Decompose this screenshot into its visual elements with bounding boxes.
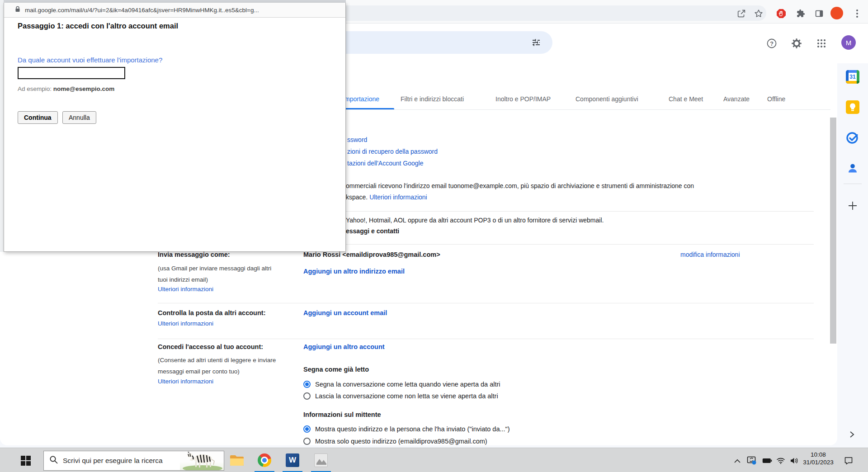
example-hint: Ad esempio: nome@esempio.com — [18, 85, 114, 92]
import-messages-contacts-link[interactable]: essaggi e contatti — [346, 227, 399, 235]
tasks-icon[interactable] — [845, 130, 860, 146]
wifi-icon[interactable] — [776, 456, 786, 465]
radio-button-selected[interactable] — [303, 425, 311, 433]
google-account-settings-link[interactable]: tazioni dell'Account Google — [347, 160, 423, 167]
add-mail-account-link[interactable]: Aggiungi un account email — [303, 309, 387, 316]
keep-icon[interactable] — [845, 99, 860, 115]
password-recovery-link[interactable]: zioni di recupero della password — [347, 148, 438, 155]
change-password-link[interactable]: ssword — [347, 136, 367, 143]
window-edge — [0, 0, 4, 252]
import-account-question: Da quale account vuoi effettuare l'impor… — [18, 56, 162, 64]
search-options-tune-icon[interactable] — [530, 36, 542, 49]
popup-url-text: mail.google.com/mail/u/4/?ui=2&ik=4a0941… — [25, 7, 259, 14]
edit-info-link[interactable]: modifica informazioni — [680, 251, 740, 258]
get-addons-plus-icon[interactable] — [845, 198, 860, 213]
workspace-text-prefix: kspace. — [346, 194, 369, 201]
taskbar-clock[interactable]: 10:08 31/01/2023 — [800, 451, 836, 466]
radio-label: Segna la conversazione come letta quando… — [315, 381, 500, 388]
workspace-text-line1: ommerciali ricevono l'indirizzo email tu… — [346, 182, 694, 189]
battery-icon[interactable] — [762, 456, 772, 465]
mark-read-option-2[interactable]: Lascia la conversazione come non letta s… — [303, 392, 498, 400]
add-another-account-link[interactable]: Aggiungi un altro account — [303, 343, 385, 350]
search-icon — [49, 455, 58, 466]
photos-app-icon[interactable] — [314, 453, 328, 467]
radio-button-selected[interactable] — [303, 381, 311, 388]
contacts-icon[interactable] — [845, 160, 860, 176]
help-icon[interactable]: ? — [765, 37, 778, 50]
import-step1-popup: mail.google.com/mail/u/4/?ui=2&ik=4a0941… — [4, 3, 346, 252]
sender-info-heading: Informazioni sul mittente — [303, 411, 381, 418]
popup-url-bar: mail.google.com/mail/u/4/?ui=2&ik=4a0941… — [4, 3, 345, 18]
clock-date: 31/01/2023 — [800, 458, 836, 466]
tab-offline[interactable]: Offline — [767, 95, 785, 103]
check-mail-label: Controlla la posta da altri account: — [158, 309, 265, 316]
grant-access-label: Concedi l'accesso al tuo account: — [158, 343, 263, 350]
popup-title: Passaggio 1: accedi con l'altro account … — [18, 22, 178, 30]
grant-access-more-link[interactable]: Ulteriori informazioni — [158, 378, 213, 385]
side-panel-icon[interactable] — [814, 8, 825, 19]
email-account-input[interactable] — [18, 67, 125, 79]
mark-read-heading: Segna come già letto — [303, 366, 369, 373]
sender-info-option-1[interactable]: Mostra questo indirizzo e la persona che… — [303, 425, 510, 433]
word-icon[interactable]: W — [285, 453, 300, 467]
gmail-account-avatar[interactable]: M — [841, 35, 856, 50]
share-icon[interactable] — [736, 8, 747, 19]
clock-time: 10:08 — [800, 451, 836, 458]
radio-label: Lascia la conversazione come non letta s… — [315, 392, 498, 400]
windows-taskbar: Scrivi qui per eseguire la ricerca W — [0, 448, 868, 472]
row-divider — [158, 339, 814, 339]
settings-gear-icon[interactable] — [790, 37, 803, 50]
calendar-icon[interactable]: 31 — [845, 69, 860, 85]
scrollbar[interactable] — [830, 118, 836, 344]
send-as-description: (usa Gmail per inviare messaggi dagli al… — [158, 263, 283, 285]
search-placeholder: Scrivi qui per eseguire la ricerca — [63, 457, 180, 465]
lock-icon — [15, 6, 20, 14]
display-sync-icon[interactable] — [747, 456, 757, 465]
workspace-more-link[interactable]: Ulteriori informazioni — [369, 194, 427, 201]
windows-start-icon[interactable] — [21, 456, 31, 466]
continue-button[interactable]: Continua — [18, 111, 58, 124]
sender-info-option-2[interactable]: Mostra solo questo indirizzo (emaildipro… — [303, 438, 487, 445]
browser-menu-icon[interactable] — [852, 8, 863, 19]
tab-forwarding-pop-imap[interactable]: Inoltro e POP/IMAP — [495, 95, 551, 103]
apps-grid-icon[interactable] — [815, 37, 828, 50]
chevron-up-icon[interactable] — [732, 456, 742, 465]
chevron-right-icon[interactable] — [848, 430, 855, 440]
zebra-image — [180, 451, 224, 470]
cancel-button[interactable]: Annulla — [62, 111, 96, 124]
svg-text:?: ? — [770, 41, 774, 47]
radio-label: Mostra questo indirizzo e la persona che… — [315, 425, 510, 433]
volume-icon[interactable] — [789, 456, 799, 465]
tab-account-import[interactable]: mportazione — [344, 95, 379, 103]
tab-filters-blocked[interactable]: Filtri e indirizzi bloccati — [401, 95, 464, 103]
example-hint-label: Ad esempio: — [18, 85, 53, 92]
adblock-icon[interactable] — [776, 8, 787, 19]
row-divider — [158, 303, 814, 303]
check-mail-more-link[interactable]: Ulteriori informazioni — [158, 320, 213, 327]
tab-add-ons[interactable]: Componenti aggiuntivi — [576, 95, 638, 103]
send-as-label: Invia messaggio come: — [158, 251, 230, 258]
google-side-panel: 31 — [838, 63, 868, 448]
grant-access-description: (Consente ad altri utenti di leggere e i… — [158, 354, 283, 377]
browser-profile-avatar[interactable] — [830, 7, 843, 19]
import-text: Yahoo!, Hotmail, AOL oppure da altri acc… — [346, 217, 604, 224]
extensions-puzzle-icon[interactable] — [795, 8, 806, 19]
active-tab-indicator — [341, 108, 394, 109]
bookmark-star-icon[interactable] — [753, 8, 764, 19]
side-panel-divider — [844, 184, 862, 184]
add-email-address-link[interactable]: Aggiungi un altro indirizzo email — [303, 268, 405, 275]
file-explorer-icon[interactable] — [230, 453, 244, 467]
tab-chat-meet[interactable]: Chat e Meet — [669, 95, 703, 103]
send-as-more-link[interactable]: Ulteriori informazioni — [158, 286, 213, 293]
chrome-icon[interactable] — [257, 453, 272, 467]
notification-center-icon[interactable] — [844, 456, 854, 465]
workspace-text-line2: kspace. Ulteriori informazioni — [346, 194, 427, 201]
radio-button[interactable] — [303, 438, 311, 445]
send-as-value: Mario Rossi <emaildiprova985@gmail.com> — [303, 251, 440, 258]
mark-read-option-1[interactable]: Segna la conversazione come letta quando… — [303, 381, 500, 388]
taskbar-search-box[interactable]: Scrivi qui per eseguire la ricerca — [43, 451, 224, 471]
radio-button[interactable] — [303, 392, 311, 400]
tab-advanced[interactable]: Avanzate — [723, 95, 750, 103]
radio-label: Mostra solo questo indirizzo (emaildipro… — [315, 438, 487, 445]
example-hint-email: nome@esempio.com — [53, 85, 114, 92]
